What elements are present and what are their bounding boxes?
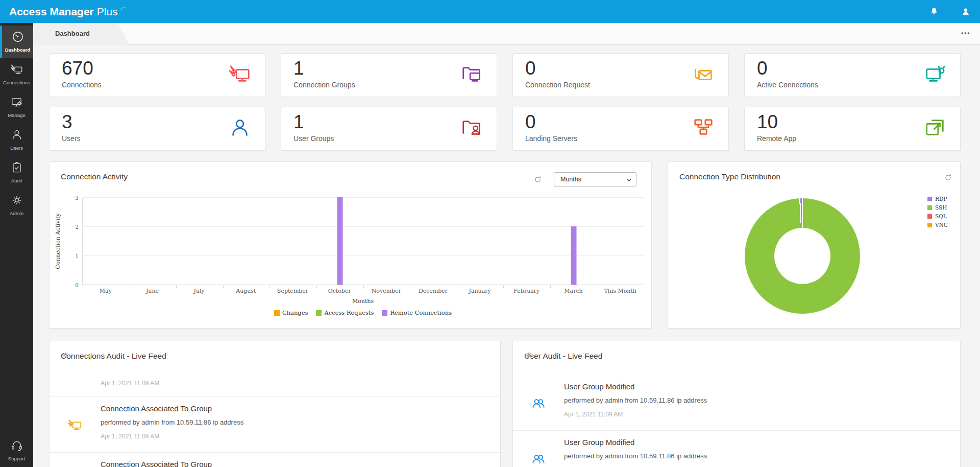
stat-label: Connection Request (525, 81, 590, 89)
x-category-label: January (469, 288, 491, 294)
legend-item-changes: Changes (274, 309, 308, 316)
panel-title: User Audit - Live Feed (524, 352, 602, 361)
x-category-label: September (277, 288, 308, 294)
x-category-label: February (513, 288, 540, 294)
activity-refresh-button[interactable] (533, 175, 542, 186)
stat-icon-wrap (460, 62, 483, 88)
stat-icon-wrap (923, 62, 947, 88)
y-axis-label: Connection Activity (55, 211, 61, 272)
stat-label: User Groups (293, 134, 334, 143)
refresh-icon (533, 175, 542, 184)
donut-legend: RDPSSHSQLVNC (927, 196, 948, 230)
legend-item-vnc: VNC (927, 222, 948, 228)
sidebar-item-connections[interactable]: Connections (0, 58, 33, 91)
x-tick-mark (644, 286, 644, 288)
sidebar-item-users[interactable]: Users (0, 124, 33, 156)
feed-icon-wrap (513, 438, 564, 467)
notifications-button[interactable] (927, 5, 941, 19)
users-group-icon (531, 395, 546, 411)
stat-card-connections[interactable]: 670 Connections (49, 53, 265, 97)
feed-body: User Group Modified performed by admin f… (564, 382, 950, 418)
feed-entry-desc: performed by admin from 10.59.11.86 ip a… (564, 452, 950, 460)
stat-value: 0 (757, 58, 768, 79)
legend-swatch (316, 310, 322, 316)
sidebar-item-label: Dashboard (2, 47, 33, 53)
period-select[interactable]: Months (554, 172, 636, 186)
gridline (83, 285, 644, 285)
gauge-icon (11, 30, 24, 43)
feed-entry: Apr 1, 2021 11:09 AM (50, 366, 500, 396)
y-tick-label: 0 (66, 282, 79, 288)
feed-entry: User Group Modified performed by admin f… (513, 431, 960, 467)
sidebar-item-label: Connections (0, 80, 33, 85)
legend-item-remote-connections: Remote Connections (382, 309, 452, 316)
person-icon (228, 116, 252, 139)
stat-card-active-connections[interactable]: 0 Active Connections (744, 53, 961, 97)
feed-time: Apr 1, 2021 11:09 AM (564, 411, 950, 418)
legend-swatch (927, 197, 932, 201)
account-button[interactable] (959, 5, 973, 19)
brand-bold: Access Manager (9, 6, 94, 18)
feed-entry-title: Connection Associated To Group (101, 460, 490, 467)
stat-value: 1 (293, 58, 304, 79)
y-tick-label: 2 (66, 224, 79, 230)
feed-entry: Connection Associated To Group performed… (50, 397, 500, 452)
tab-bar: Dashboard ⋯ (33, 23, 980, 45)
feed-entry-desc: performed by admin from 10.59.11.86 ip a… (564, 396, 950, 404)
x-category-label: June (146, 288, 159, 294)
stat-label: Connection Groups (293, 81, 355, 89)
tab-overflow-button[interactable]: ⋯ (961, 27, 971, 39)
x-axis-labels: MayJuneJulyAugustSeptemberOctoberNovembe… (82, 288, 644, 295)
sidebar-item-audit[interactable]: Audit (0, 156, 33, 189)
donut-chart (745, 198, 860, 314)
tab-dashboard[interactable]: Dashboard (33, 23, 129, 45)
sidebar-item-support[interactable]: Support (0, 434, 33, 467)
brand-logo: Access Manager Plus (9, 6, 127, 18)
stat-label: Active Connections (757, 81, 818, 89)
legend-swatch (927, 214, 932, 219)
stat-card-connection-request[interactable]: 0 Connection Request (512, 53, 729, 97)
sidebar-item-label: Support (0, 456, 33, 461)
sidebar-item-dashboard[interactable]: Dashboard (0, 26, 33, 58)
monitor-arrow-icon (923, 116, 947, 139)
stat-icon-wrap (460, 116, 483, 142)
folder-person-icon (460, 116, 483, 139)
x-category-label: October (328, 288, 351, 294)
connection-activity-panel: Connection Activity Months Connection Ac… (49, 161, 652, 329)
mail-send-icon (692, 62, 715, 86)
monitor-wings-icon (10, 63, 23, 76)
stat-card-landing-servers[interactable]: 0 Landing Servers (512, 107, 729, 151)
gear-icon (10, 194, 23, 207)
period-select-value: Months (560, 176, 581, 183)
user-icon (961, 7, 971, 17)
stat-card-connection-groups[interactable]: 1 Connection Groups (281, 53, 497, 97)
tab-label: Dashboard (55, 30, 90, 37)
distribution-refresh-button[interactable] (944, 173, 952, 184)
panel-title: Connection Activity (61, 172, 128, 181)
feed-settings-button[interactable] (61, 351, 70, 362)
feed-icon-wrap (513, 382, 564, 418)
monitor-wings-icon (228, 62, 252, 86)
stat-value: 0 (525, 58, 536, 79)
x-category-label: December (419, 288, 448, 294)
stat-label: Landing Servers (525, 134, 577, 143)
feed-time: Apr 1, 2021 11:09 AM (101, 433, 490, 440)
stat-card-users[interactable]: 3 Users (49, 107, 265, 151)
stat-icon-wrap (692, 62, 715, 88)
legend-swatch (927, 205, 932, 210)
legend-item-sql: SQL (927, 213, 948, 219)
feed-body: User Group Modified performed by admin f… (564, 438, 950, 467)
sidebar-item-manage[interactable]: Manage (0, 91, 33, 124)
gear-icon (524, 351, 533, 360)
sidebar-item-admin[interactable]: Admin (0, 189, 33, 222)
activity-chart: 0123 (82, 198, 644, 285)
stat-icon-wrap (228, 62, 252, 88)
stat-card-user-groups[interactable]: 1 User Groups (281, 107, 497, 151)
gridline (83, 226, 644, 227)
feed-entry: Connection Associated To Group (50, 453, 500, 467)
feed-settings-button[interactable] (524, 351, 533, 362)
headset-icon (10, 439, 23, 452)
stat-card-remote-app[interactable]: 10 Remote App (744, 107, 961, 151)
feed-body: Connection Associated To Group (101, 460, 490, 467)
user-audit-panel: User Audit - Live Feed User Group Modifi… (512, 341, 961, 467)
